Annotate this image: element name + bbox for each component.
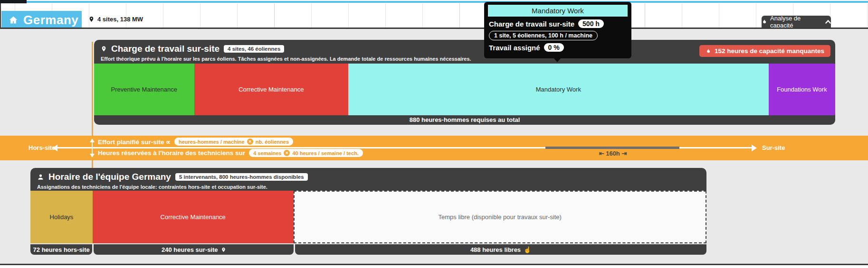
chevron-up-icon [825,19,831,24]
free-hours-footer[interactable]: 488 heures libres ☝ [295,244,706,255]
segment-corrective-maintenance[interactable]: Corrective Maintenance [194,64,348,115]
tooltip-assigned-label: Travail assigné [489,44,540,52]
person-icon [37,173,44,181]
missing-capacity-badge: 152 heures de capacité manquantes [699,45,830,57]
workload-panel-header: Charge de travail sur-site 4 sites, 46 é… [94,40,835,64]
analysis-toggle-label: Analyse de capacité [770,15,822,29]
gridline [867,3,868,28]
tooltip-workload-label: Charge de travail sur-site [489,20,574,28]
range-arrow-left-icon: ⇤ [599,150,604,157]
region-header-germany[interactable]: Germany [1,11,82,29]
app-root: Germany 4 sites, 138 MW Analyse de capac… [0,0,868,268]
segment-label: Corrective Maintenance [161,213,226,221]
missing-capacity-text: 152 heures de capacité manquantes [715,47,824,55]
reserved-formula-pill: 4 semaines × 40 heures / semaine / tech. [249,149,363,157]
window-left-edge [0,0,1,28]
gridline [237,3,238,28]
gridline [459,3,460,28]
segment-label: Preventive Maintenance [111,86,177,93]
gridline [682,3,682,28]
arrow-right-icon [752,145,757,151]
tooltip-workload-value: 500 h [578,19,604,28]
tooltip-arrow [553,58,561,62]
workload-panel-title: Charge de travail sur-site [111,44,219,54]
gridline [422,3,423,28]
segment-mandatory-work[interactable]: Mandatory Work [348,64,769,115]
segment-holidays[interactable]: Holidays [30,191,93,243]
workload-panel: Charge de travail sur-site 4 sites, 46 é… [94,40,835,125]
flame-icon [762,18,767,25]
offsite-hours-footer: 72 heures hors-site [30,244,92,255]
onsite-hours-footer: 240 heures sur-site [94,244,294,255]
capacity-flow-band: ⇤ 160h ⇥ Hors-site Sur-site Effort plani… [0,136,868,160]
team-panel-badge: 5 intervenants, 800 heures-hommes dispon… [175,173,308,181]
effort-formula-pill: heures-hommes / machine × nb. éoliennes [174,138,293,146]
range-160h-label: ⇤ 160h ⇥ [589,150,637,157]
timeline-accent-line [27,1,868,3]
home-icon [9,15,18,25]
hand-icon: ☝ [524,246,531,253]
segment-free-time[interactable]: Temps libre (disponible pour travaux sur… [294,191,706,243]
capacity-analysis-toggle[interactable]: Analyse de capacité [762,16,831,28]
segment-tooltip: Mandatory Work Charge de travail sur-sit… [484,2,631,58]
gridline [645,3,645,28]
double-arrow-icon [92,142,93,154]
top-bar-stub [0,0,27,3]
region-meta-text: 4 sites, 138 MW [97,16,143,23]
workload-bar: Preventive Maintenance Corrective Mainte… [94,64,835,115]
multiply-icon: × [284,150,290,156]
gridline [274,3,275,28]
gridline [200,3,200,28]
map-pin-icon [101,45,107,53]
reserved-hours-text: Heures réservées à l'horaire des technic… [98,149,245,157]
region-title: Germany [23,13,78,28]
onsite-label: Sur-site [762,144,785,151]
map-pin-icon [88,16,95,23]
gridline [719,3,719,28]
map-pin-icon [221,247,226,253]
segment-label: Foundations Work [777,86,827,93]
tooltip-assigned-value: 0 % [544,43,564,52]
tooltip-title: Mandatory Work [487,4,628,17]
gridline [385,3,386,28]
gridline [756,3,756,28]
double-arrow-up-icon [90,139,95,142]
planned-effort-text: Effort planifié sur-site ∝ [98,138,171,146]
segment-preventive-maintenance[interactable]: Preventive Maintenance [94,64,194,115]
range-arrow-right-icon: ⇥ [621,150,627,157]
gridline [348,3,349,28]
region-meta: 4 sites, 138 MW [88,16,143,23]
workload-panel-badge: 4 sites, 46 éoliennes [224,45,284,53]
segment-label: Mandatory Work [536,86,581,93]
team-panel-header: Horaire de l'équipe Germany 5 intervenan… [30,168,706,191]
double-arrow-down-icon [90,154,95,157]
reserved-hours-row: Heures réservées à l'horaire des technic… [98,149,363,157]
segment-label: Temps libre (disponible pour travaux sur… [439,213,562,221]
tooltip-detail: 1 site, 5 éoliennes, 100 h / machine [489,31,598,40]
segment-label: Holidays [50,213,74,221]
team-footer-row: 72 heures hors-site 240 heures sur-site … [30,244,706,255]
segment-corrective-maintenance[interactable]: Corrective Maintenance [93,191,294,243]
segment-label: Corrective Maintenance [238,86,304,93]
segment-foundations-work[interactable]: Foundations Work [769,64,835,115]
multiply-icon: × [247,139,253,145]
team-bar: Holidays Corrective Maintenance Temps li… [30,191,706,243]
team-schedule-panel: Horaire de l'équipe Germany 5 intervenan… [30,168,706,255]
offsite-label: Hors-site [29,144,55,151]
workload-total-footer: 880 heures-hommes requises au total [94,115,835,125]
gridline [311,3,312,28]
gridline [163,3,163,28]
team-panel-title: Horaire de l'équipe Germany [48,172,171,182]
flame-icon [706,48,711,54]
planned-effort-row: Effort planifié sur-site ∝ heures-hommes… [98,138,293,146]
team-panel-description: Assignations des techniciens de l'équipe… [37,184,700,190]
range-160h-segment [545,147,679,149]
